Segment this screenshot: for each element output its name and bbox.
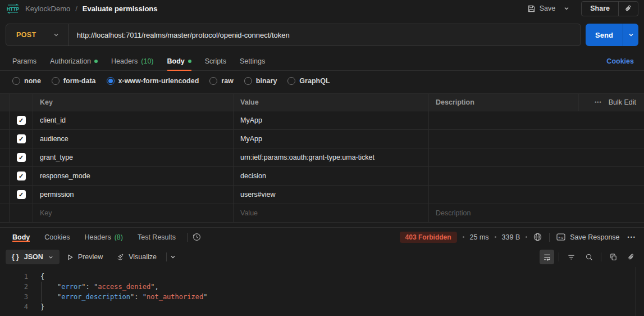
scrollbar-gutter[interactable]: [636, 267, 636, 316]
response-body-viewer[interactable]: 1{2"error": "access_denied",3"error_desc…: [0, 267, 644, 316]
key-cell[interactable]: audience: [33, 130, 233, 148]
response-tab-headers[interactable]: Headers(8): [77, 233, 130, 241]
response-tab-test-results[interactable]: Test Results: [131, 233, 182, 241]
code-line: 3"error_description": "not_authorized": [0, 292, 644, 302]
response-format-selector[interactable]: { } JSON: [6, 250, 60, 264]
tab-settings[interactable]: Settings: [233, 52, 272, 70]
topbar-actions: Save Share: [524, 1, 638, 16]
response-more-button[interactable]: •••: [625, 234, 638, 240]
wrap-text-button[interactable]: [540, 250, 554, 264]
search-button[interactable]: [582, 250, 596, 264]
radio-icon: [107, 77, 115, 85]
response-history-button[interactable]: [192, 232, 202, 242]
cookies-link[interactable]: Cookies: [606, 57, 638, 65]
filter-button[interactable]: [564, 250, 578, 264]
method-label: POST: [16, 31, 36, 39]
visualize-button[interactable]: Visualize: [110, 250, 163, 264]
tab-count-badge: (8): [115, 233, 123, 241]
search-icon: [585, 253, 593, 261]
send-options-button[interactable]: [623, 24, 638, 46]
description-cell[interactable]: [428, 111, 578, 129]
response-link-button[interactable]: [624, 250, 638, 264]
key-cell[interactable]: client_id: [33, 111, 233, 129]
breadcrumb-request-name[interactable]: Evaluate permissions: [83, 4, 158, 13]
body-type-raw[interactable]: raw: [209, 77, 234, 85]
drag-handle-cell[interactable]: [0, 148, 9, 166]
body-type-x-www-form-urlencoded[interactable]: x-www-form-urlencoded: [107, 77, 199, 85]
table-header-row: Key Value Description ••• Bulk Edit: [0, 93, 644, 111]
value-cell[interactable]: MyApp: [233, 130, 428, 148]
description-cell[interactable]: [428, 167, 578, 185]
network-info-button[interactable]: [533, 232, 542, 242]
body-type-none[interactable]: none: [12, 77, 41, 85]
copy-link-button[interactable]: [619, 4, 638, 12]
tab-label: Scripts: [205, 57, 226, 65]
checkbox[interactable]: ✓: [17, 116, 26, 125]
save-button[interactable]: Save: [524, 2, 559, 15]
tab-headers[interactable]: Headers(10): [104, 52, 160, 70]
visualize-options-button[interactable]: [170, 254, 176, 260]
value-cell[interactable]: decision: [233, 167, 428, 185]
value-cell[interactable]: users#view: [233, 186, 428, 204]
share-button[interactable]: Share: [582, 4, 618, 12]
save-options-button[interactable]: [559, 3, 574, 13]
drag-handle-cell[interactable]: [0, 111, 9, 129]
copy-button[interactable]: [606, 250, 620, 264]
key-cell[interactable]: grant_type: [33, 148, 233, 166]
top-bar: HTTP KeylockDemo / Evaluate permissions …: [0, 0, 644, 17]
response-tab-body[interactable]: Body: [6, 233, 36, 241]
value-cell[interactable]: MyApp: [233, 111, 428, 129]
checkbox[interactable]: ✓: [17, 153, 26, 162]
svg-text:e.g: e.g: [559, 236, 563, 239]
checkbox[interactable]: ✓: [17, 171, 26, 180]
description-cell[interactable]: Description: [428, 204, 578, 222]
save-response-icon: e.g: [556, 233, 565, 241]
drag-handle-cell[interactable]: [0, 167, 9, 185]
radio-label: x-www-form-urlencoded: [118, 77, 199, 85]
tab-label: Headers: [111, 57, 138, 65]
drag-handle-cell[interactable]: [0, 204, 9, 222]
tab-body[interactable]: Body: [161, 52, 198, 70]
preview-button[interactable]: Preview: [61, 250, 109, 264]
response-tab-cookies[interactable]: Cookies: [38, 233, 76, 241]
globe-icon: [533, 232, 542, 242]
url-input[interactable]: [68, 31, 581, 39]
radio-icon: [52, 77, 60, 85]
value-cell[interactable]: Value: [233, 204, 428, 222]
send-button[interactable]: Send: [586, 24, 623, 46]
description-cell[interactable]: [428, 148, 578, 166]
description-cell[interactable]: [428, 186, 578, 204]
tab-params[interactable]: Params: [6, 52, 43, 70]
bulk-edit-button[interactable]: Bulk Edit: [609, 98, 636, 106]
more-options-icon[interactable]: •••: [595, 100, 601, 105]
method-selector[interactable]: POST: [6, 24, 68, 46]
response-size[interactable]: 339 B: [502, 233, 520, 241]
breadcrumb-collection[interactable]: KeylockDemo: [25, 4, 70, 13]
tab-scripts[interactable]: Scripts: [198, 52, 233, 70]
dot-separator: [495, 236, 496, 238]
body-type-binary[interactable]: binary: [244, 77, 277, 85]
save-response-button[interactable]: e.g Save Response: [556, 233, 619, 241]
radio-label: binary: [256, 77, 277, 85]
tab-authorization[interactable]: Authorization: [43, 52, 104, 70]
key-cell[interactable]: Key: [33, 204, 233, 222]
key-cell[interactable]: response_mode: [33, 167, 233, 185]
checkbox-cell: [9, 204, 33, 222]
checkbox[interactable]: ✓: [17, 190, 26, 199]
request-tabs-row: ParamsAuthorizationHeaders(10)BodyScript…: [0, 52, 644, 71]
divider: [187, 233, 188, 242]
tab-label: Body: [167, 57, 185, 65]
checkbox[interactable]: ✓: [17, 134, 26, 143]
drag-handle-cell[interactable]: [0, 130, 9, 148]
body-type-form-data[interactable]: form-data: [52, 77, 96, 85]
response-time[interactable]: 25 ms: [470, 233, 489, 241]
description-cell[interactable]: [428, 130, 578, 148]
checkbox-cell: ✓: [9, 148, 33, 166]
key-cell[interactable]: permission: [33, 186, 233, 204]
body-type-graphql[interactable]: GraphQL: [287, 77, 330, 85]
value-column-header: Value: [233, 94, 428, 111]
drag-handle-cell[interactable]: [0, 186, 9, 204]
status-badge[interactable]: 403 Forbidden: [400, 232, 457, 243]
value-cell[interactable]: urn:ietf:params:oauth:grant-type:uma-tic…: [233, 148, 428, 166]
description-column-header: Description: [428, 94, 578, 111]
